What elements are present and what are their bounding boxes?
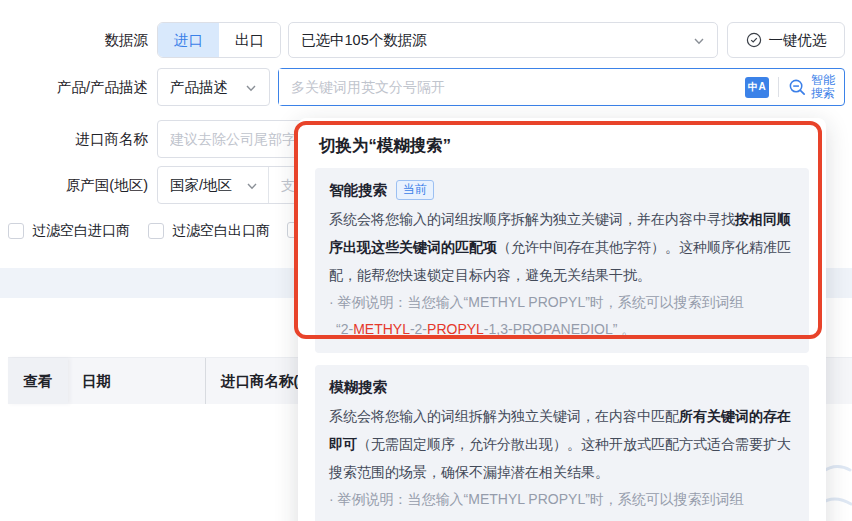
- divider: [778, 77, 779, 97]
- smart-search-description: 系统会将您输入的词组按顺序拆解为独立关键词，并在内容中寻找按相同顺序出现这些关键…: [329, 205, 795, 289]
- fuzzy-search-description: 系统会将您输入的词组拆解为独立关键词，在内容中匹配所有关键词的存在即可（无需固定…: [329, 402, 795, 486]
- fuzzy-search-section: 模糊搜索 系统会将您输入的词组拆解为独立关键词，在内容中匹配所有关键词的存在即可…: [315, 365, 809, 521]
- translate-icon[interactable]: 中A: [745, 77, 769, 98]
- smart-search-example-line1: · 举例说明：当您输入“METHYL PROPYL”时，系统可以搜索到词组: [329, 289, 795, 316]
- smart-search-section-title: 智能搜索: [329, 181, 387, 200]
- smart-search-section: 智能搜索 当前 系统会将您输入的词组按顺序拆解为独立关键词，并在内容中寻找按相同…: [315, 168, 809, 353]
- smart-search-toggle[interactable]: 智能 搜索: [788, 74, 844, 100]
- circle-check-icon: [746, 32, 762, 48]
- keyword-input-wrap: 中A 智能 搜索: [278, 68, 845, 106]
- filter-empty-exporter-checkbox[interactable]: 过滤空白出口商: [148, 222, 270, 240]
- import-export-segmented: 进口 出口: [157, 22, 281, 58]
- trade-data-search-screen: 数据源 进口 出口 已选中105个数据源 一键优选 产品/产品描述 产品描述 中…: [0, 0, 852, 521]
- current-mode-badge: 当前: [396, 180, 434, 200]
- smart-search-example-line2: “2-METHYL-2-PROPYL-1,3-PROPANEDIOL” 。: [329, 316, 795, 343]
- export-tab[interactable]: 出口: [219, 23, 280, 57]
- fuzzy-search-example-line1: · 举例说明：当您输入“METHYL PROPYL”时，系统可以搜索到词组: [329, 486, 795, 513]
- fuzzy-search-example-line2: “2-N-PROPYL-4-METHYL-6” 。: [329, 513, 795, 521]
- origin-label: 原产国(地区): [0, 166, 148, 204]
- checkbox-label: 过滤空白进口商: [32, 222, 130, 240]
- importer-label: 进口商名称: [0, 120, 148, 158]
- optimize-button-label: 一键优选: [769, 31, 827, 50]
- product-label: 产品/产品描述: [0, 68, 148, 106]
- import-tab[interactable]: 进口: [158, 23, 219, 57]
- checkbox-icon: [8, 223, 24, 239]
- product-type-select[interactable]: 产品描述: [157, 68, 270, 106]
- datasource-select[interactable]: 已选中105个数据源: [288, 22, 718, 58]
- chevron-down-icon: [246, 179, 258, 191]
- column-header-view: 查看: [8, 358, 68, 404]
- checkbox-icon: [148, 223, 164, 239]
- datasource-label: 数据源: [0, 22, 148, 58]
- filter-empty-importer-checkbox[interactable]: 过滤空白进口商: [8, 222, 130, 240]
- switch-to-fuzzy-search-action[interactable]: 切换为“模糊搜索”: [315, 133, 809, 168]
- origin-country-selected-text: 国家/地区: [170, 176, 232, 195]
- column-header-date: 日期: [68, 358, 205, 404]
- one-click-optimize-button[interactable]: 一键优选: [727, 22, 845, 58]
- datasource-selected-text: 已选中105个数据源: [301, 31, 693, 50]
- smart-search-label: 智能 搜索: [811, 74, 835, 100]
- smart-search-icon: [788, 78, 807, 97]
- keyword-input[interactable]: [279, 69, 745, 105]
- fuzzy-search-section-title: 模糊搜索: [329, 378, 387, 397]
- product-type-selected-text: 产品描述: [170, 78, 245, 97]
- chevron-down-icon: [245, 81, 257, 93]
- chevron-down-icon: [693, 34, 705, 46]
- search-mode-popup: 切换为“模糊搜索” 智能搜索 当前 系统会将您输入的词组按顺序拆解为独立关键词，…: [298, 118, 826, 521]
- checkbox-label: 过滤空白出口商: [172, 222, 270, 240]
- origin-country-select[interactable]: 国家/地区: [158, 176, 268, 195]
